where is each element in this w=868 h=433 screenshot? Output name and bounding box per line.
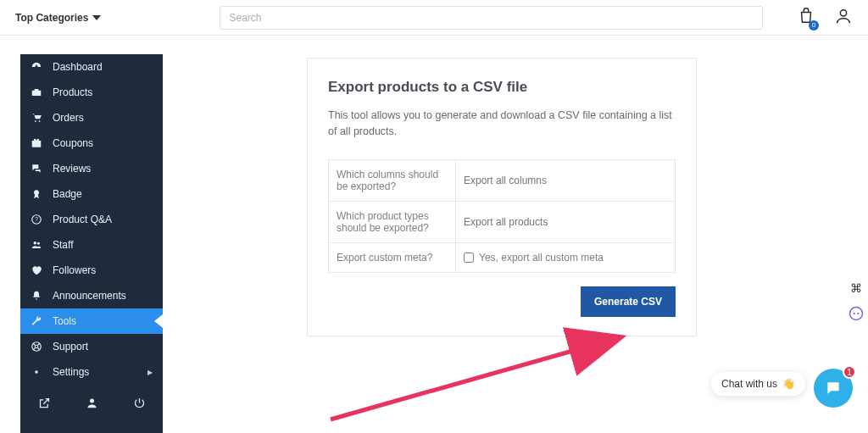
export-row-columns: Which columns should be exported? [329,160,675,202]
chat-bubble-icon [825,380,842,397]
sidebar-item-label: Products [53,86,92,98]
sidebar-item-label: Followers [53,264,96,276]
gauge-icon [31,61,42,73]
sidebar-item-label: Product Q&A [53,214,112,225]
chat-badge: 1 [843,365,856,379]
svg-point-0 [840,9,846,15]
wave-emoji-icon: 👋 [782,378,795,390]
top-categories-label: Top Categories [15,12,88,24]
users-icon [31,239,42,251]
types-label: Which product types should be exported? [329,202,456,242]
top-icons: 0 [797,7,853,29]
columns-select[interactable] [464,175,667,186]
generate-csv-button[interactable]: Generate CSV [581,286,676,317]
sidebar-item-announcements[interactable]: Announcements [20,283,163,308]
search-input[interactable] [220,6,763,30]
bell-icon [31,290,42,302]
bag-count-badge: 0 [809,20,819,31]
svg-point-3 [34,190,39,195]
sidebar-item-label: Staff [53,239,73,251]
chevron-right-icon: ▶ [147,369,153,376]
top-bar: Top Categories 0 [0,0,868,36]
sidebar-item-support[interactable]: Support [20,334,163,359]
sidebar-item-dashboard[interactable]: Dashboard [20,54,163,80]
heart-icon [31,264,42,276]
sidebar-item-reviews[interactable]: Reviews [20,156,163,181]
chat-pill[interactable]: Chat with us 👋 [711,372,805,396]
comments-icon [31,163,42,175]
external-link-icon[interactable] [38,397,51,409]
assistant-icon[interactable] [848,305,865,322]
svg-point-7 [37,242,40,245]
wrench-icon [31,315,42,327]
power-icon[interactable] [133,397,146,409]
svg-point-15 [857,313,859,314]
sidebar-item-label: Reviews [53,163,91,175]
sidebar: Dashboard Products Orders Coupons Review… [20,54,163,433]
account-button[interactable] [834,7,853,29]
svg-point-14 [854,313,855,314]
export-row-meta: Export custom meta? Yes, export all cust… [329,243,675,272]
user-icon [834,7,853,25]
chat-fab[interactable]: 1 [814,369,853,408]
sidebar-item-badge[interactable]: Badge [20,181,163,207]
svg-text:?: ? [35,216,38,222]
sidebar-item-staff[interactable]: Staff [20,232,163,258]
meta-checkbox-label: Yes, export all custom meta [479,252,604,264]
chevron-down-icon [92,14,101,22]
svg-point-10 [35,370,38,374]
svg-point-1 [35,120,36,122]
question-icon: ? [31,214,42,225]
sidebar-item-label: Settings [53,366,89,378]
svg-point-2 [39,120,41,122]
export-title: Export products to a CSV file [328,79,676,96]
sidebar-item-label: Badge [53,188,82,200]
export-description: This tool allows you to generate and dow… [328,108,676,141]
sidebar-item-orders[interactable]: Orders [20,105,163,130]
keyboard-shortcut-icon[interactable]: ⌘ [848,280,865,297]
sidebar-item-product-qa[interactable]: ? Product Q&A [20,207,163,232]
meta-label: Export custom meta? [329,243,456,272]
sidebar-item-label: Orders [53,112,84,124]
export-card: Export products to a CSV file This tool … [307,58,697,336]
shopping-bag-button[interactable]: 0 [797,7,815,29]
search-wrap [220,6,763,30]
sidebar-item-tools[interactable]: Tools [20,308,163,334]
gift-icon [31,137,42,149]
sidebar-item-coupons[interactable]: Coupons [20,130,163,156]
cart-icon [31,112,42,124]
profile-icon[interactable] [86,397,98,409]
meta-checkbox[interactable] [464,253,474,263]
sidebar-item-settings[interactable]: Settings ▶ [20,359,163,385]
life-ring-icon [31,341,42,353]
sidebar-item-followers[interactable]: Followers [20,258,163,283]
gear-icon [31,366,42,378]
export-row-types: Which product types should be exported? [329,202,675,243]
sidebar-item-label: Tools [53,315,76,327]
top-categories-menu[interactable]: Top Categories [15,12,101,24]
award-icon [31,188,42,200]
svg-point-6 [34,241,37,245]
export-form: Which columns should be exported? Which … [328,159,676,273]
svg-point-11 [90,399,94,403]
svg-point-9 [35,345,38,348]
svg-point-13 [850,308,863,320]
chat-pill-text: Chat with us [721,378,777,390]
sidebar-item-label: Dashboard [53,61,103,73]
briefcase-icon [31,86,42,98]
floating-tools: ⌘ [848,280,865,322]
sidebar-item-products[interactable]: Products [20,80,163,105]
sidebar-item-label: Announcements [53,290,126,302]
types-select[interactable] [464,216,667,228]
columns-label: Which columns should be exported? [329,160,456,201]
sidebar-item-label: Coupons [53,137,93,149]
sidebar-item-label: Support [53,341,88,353]
sidebar-footer [20,388,163,418]
